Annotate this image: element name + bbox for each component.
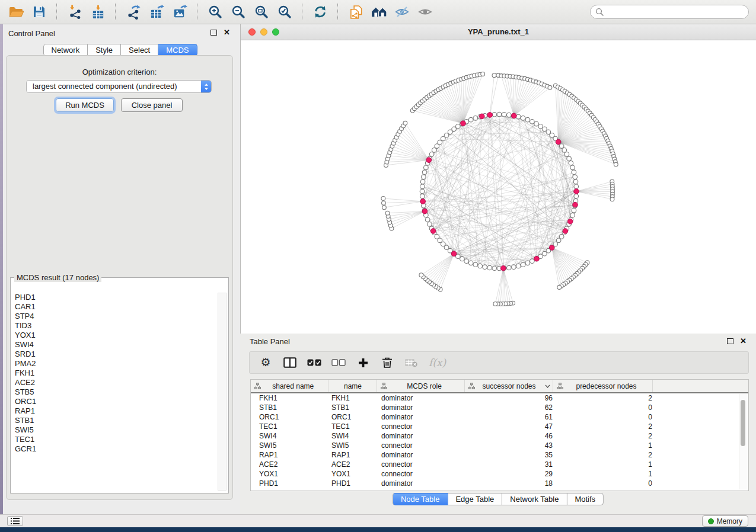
tree-hierarchy-icon bbox=[254, 383, 261, 389]
table-settings-button[interactable]: ⚙ bbox=[259, 355, 273, 370]
column-header-predecessors[interactable]: predecessor nodes bbox=[553, 380, 652, 393]
run-mcds-button[interactable]: Run MCDS bbox=[56, 98, 114, 112]
tab-select[interactable]: Select bbox=[121, 44, 158, 56]
tab-network-table[interactable]: Network Table bbox=[502, 493, 567, 505]
mcds-result-item[interactable]: PMA2 bbox=[13, 359, 216, 368]
import-table-icon bbox=[91, 5, 106, 20]
float-window-icon[interactable] bbox=[727, 338, 733, 344]
zoom-fit-button[interactable] bbox=[253, 2, 270, 21]
zoom-out-button[interactable] bbox=[229, 2, 247, 21]
close-panel-icon[interactable]: ✕ bbox=[224, 29, 230, 36]
memory-status-dot-icon bbox=[708, 518, 714, 524]
table-row-swi5[interactable]: SWI5SWI5connector431 bbox=[251, 441, 748, 450]
table-row-orc1[interactable]: ORC1ORC1dominator610 bbox=[251, 412, 748, 422]
create-column-button[interactable] bbox=[356, 355, 370, 370]
toolbar-separator bbox=[115, 4, 116, 20]
table-scrollbar-thumb[interactable] bbox=[741, 400, 745, 446]
zoom-selected-button[interactable] bbox=[276, 2, 294, 21]
import-table-button[interactable] bbox=[89, 2, 107, 21]
table-row-phd1[interactable]: PHD1PHD1dominator180 bbox=[251, 479, 748, 488]
toolbar-separator bbox=[302, 4, 303, 20]
unchecked-boxes-icon bbox=[331, 359, 346, 366]
network-canvas[interactable] bbox=[241, 40, 756, 334]
mcds-list-scrollbar[interactable] bbox=[218, 293, 227, 491]
table-scrollbar[interactable] bbox=[739, 394, 747, 489]
save-floppy-icon bbox=[32, 5, 46, 19]
table-row-rap1[interactable]: RAP1RAP1dominator352 bbox=[251, 450, 748, 460]
tree-hierarchy-icon bbox=[557, 383, 563, 389]
table-row-swi4[interactable]: SWI4SWI4dominator462 bbox=[251, 431, 748, 441]
table-row-tec1[interactable]: TEC1TEC1connector472 bbox=[251, 422, 748, 431]
hide-selected-button[interactable] bbox=[393, 2, 411, 21]
mcds-result-item[interactable]: STP4 bbox=[13, 312, 216, 321]
tab-node-table[interactable]: Node Table bbox=[393, 493, 448, 505]
mcds-result-item[interactable]: STB5 bbox=[13, 387, 216, 397]
network-from-selection-button[interactable] bbox=[347, 2, 365, 21]
mcds-result-item[interactable]: ORC1 bbox=[13, 397, 216, 406]
delete-table-icon bbox=[405, 358, 418, 367]
mcds-result-item[interactable]: STB1 bbox=[13, 416, 216, 425]
mcds-result-item[interactable]: RAP1 bbox=[13, 406, 216, 416]
mcds-result-item[interactable]: TEC1 bbox=[13, 435, 216, 444]
export-image-button[interactable] bbox=[171, 2, 189, 21]
table-row-yox1[interactable]: YOX1YOX1connector291 bbox=[251, 469, 748, 479]
table-panel-tabs: Node TableEdge TableNetwork TableMotifs bbox=[393, 493, 604, 505]
deselect-all-button[interactable] bbox=[331, 355, 346, 370]
zoom-out-icon bbox=[231, 5, 245, 19]
column-header-shared_name[interactable]: shared name bbox=[251, 380, 328, 393]
tab-edge-table[interactable]: Edge Table bbox=[448, 493, 502, 505]
mcds-result-item[interactable]: CAR1 bbox=[13, 302, 216, 312]
show-all-button[interactable] bbox=[416, 2, 434, 21]
tab-motifs[interactable]: Motifs bbox=[567, 493, 604, 505]
control-panel-tabs: NetworkStyleSelectMCDS bbox=[43, 44, 197, 56]
mcds-result-item[interactable]: ACE2 bbox=[13, 378, 216, 387]
show-panel-list-button[interactable] bbox=[7, 516, 23, 526]
delete-table-button-disabled bbox=[404, 355, 419, 370]
table-panel: Table Panel ✕ ⚙ bbox=[240, 334, 756, 514]
export-table-button[interactable] bbox=[148, 2, 165, 21]
close-panel-button[interactable]: Close panel bbox=[121, 98, 183, 112]
memory-button[interactable]: Memory bbox=[702, 515, 748, 527]
delete-columns-button[interactable] bbox=[380, 355, 394, 370]
zoom-in-button[interactable] bbox=[206, 2, 224, 21]
mcds-result-item[interactable]: TID3 bbox=[13, 321, 216, 331]
zoom-fit-icon bbox=[254, 5, 269, 19]
open-session-button[interactable] bbox=[7, 2, 25, 21]
network-graph[interactable] bbox=[241, 40, 756, 334]
network-window-titlebar: YPA_prune.txt_1 bbox=[241, 24, 756, 40]
duplicate-network-icon bbox=[349, 5, 363, 20]
table-row-ace2[interactable]: ACE2ACE2connector311 bbox=[251, 460, 748, 469]
mcds-tab-content: Optimization criterion: largest connecte… bbox=[6, 55, 233, 500]
optimization-criterion-dropdown[interactable]: largest connected component (undirected) bbox=[26, 80, 212, 93]
mcds-result-item[interactable]: SWI5 bbox=[13, 425, 216, 435]
search-input[interactable] bbox=[590, 5, 749, 19]
table-row-stb1[interactable]: STB1STB1dominator620 bbox=[251, 403, 748, 412]
save-session-button[interactable] bbox=[30, 2, 48, 21]
mcds-result-item[interactable]: YOX1 bbox=[13, 331, 216, 340]
open-folder-icon bbox=[8, 5, 24, 19]
first-neighbors-button[interactable] bbox=[370, 2, 388, 21]
export-network-button[interactable] bbox=[125, 2, 142, 21]
list-icon bbox=[11, 517, 20, 525]
apply-layout-button[interactable] bbox=[311, 2, 329, 21]
mcds-result-item[interactable]: GCR1 bbox=[13, 444, 216, 454]
select-all-button[interactable] bbox=[307, 355, 321, 370]
close-panel-icon[interactable]: ✕ bbox=[740, 338, 747, 345]
toggle-split-view-button[interactable] bbox=[283, 355, 297, 370]
tab-style[interactable]: Style bbox=[88, 44, 121, 56]
tab-network[interactable]: Network bbox=[43, 44, 88, 56]
column-header-role[interactable]: MCDS role bbox=[377, 380, 464, 393]
tab-mcds[interactable]: MCDS bbox=[158, 44, 197, 56]
export-image-icon bbox=[173, 5, 187, 20]
mcds-result-item[interactable]: PHD1 bbox=[13, 293, 216, 302]
fx-icon: f(x) bbox=[429, 357, 446, 368]
mcds-result-item[interactable]: FKH1 bbox=[13, 368, 216, 378]
table-row-fkh1[interactable]: FKH1FKH1dominator962 bbox=[251, 393, 748, 403]
status-bar: Memory bbox=[0, 514, 756, 527]
float-window-icon[interactable] bbox=[210, 30, 217, 36]
import-network-button[interactable] bbox=[66, 2, 84, 21]
column-header-name[interactable]: name bbox=[328, 380, 377, 393]
column-header-successors[interactable]: successor nodes bbox=[464, 380, 553, 393]
mcds-result-item[interactable]: SWI4 bbox=[13, 340, 216, 350]
mcds-result-item[interactable]: SRD1 bbox=[13, 350, 216, 359]
